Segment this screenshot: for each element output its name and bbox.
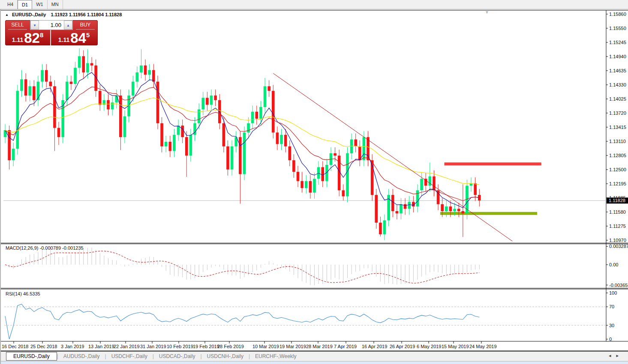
candle-body — [144, 66, 147, 75]
resistance-level-bar[interactable] — [445, 162, 541, 165]
rsi-line — [5, 304, 479, 339]
candle-body — [264, 86, 267, 107]
ma-slow-line — [5, 98, 479, 185]
candle-body — [160, 123, 163, 146]
period-tab-h4[interactable]: H4 — [3, 0, 18, 9]
date-tick-label: 10 Mar 2019 — [252, 344, 279, 349]
candle-body — [37, 82, 40, 100]
candle-body — [375, 195, 378, 223]
date-tick-label: 19 Mar 2019 — [279, 344, 306, 349]
price-tick-label: 1.14940 — [609, 54, 626, 59]
candle-body — [210, 95, 213, 105]
candle-body — [255, 112, 258, 119]
chart-shift-marker-icon[interactable]: ▼ — [485, 10, 489, 15]
price-tick-label: 1.12195 — [609, 181, 626, 186]
tab-scroll-right-icon[interactable]: ▸ — [616, 353, 624, 358]
tab-scroll-arrows: ◂▸ — [609, 353, 624, 358]
date-tick-label: 19 Feb 2019 — [193, 344, 219, 349]
price-tick-label: 1.13110 — [609, 139, 626, 144]
sell-price-button[interactable]: 1.11 82 8 — [5, 30, 51, 45]
date-tick-label: 22 Jan 2019 — [114, 344, 140, 349]
candle-body — [214, 95, 217, 100]
period-tab-mn[interactable]: MN — [48, 0, 63, 9]
candle-body — [280, 135, 283, 144]
current-price-tag-label: 1.11828 — [609, 198, 625, 203]
candle-body — [297, 172, 300, 181]
date-tick-label: 10 Feb 2019 — [167, 344, 193, 349]
candle-body — [292, 160, 295, 172]
chart-canvas[interactable]: 1.158601.155501.152451.149401.146351.143… — [1, 9, 628, 351]
buy-button-label: BUY — [80, 22, 91, 28]
candle-body — [16, 91, 19, 149]
candle-body — [33, 86, 36, 100]
macd-tick-label: 0.003287 — [609, 244, 628, 249]
chart-tab-eurchf[interactable]: EURCHF-,Weekly — [250, 352, 301, 360]
one-click-trade-widget: SELL ▼ 1.00 ▲ BUY 1.11 82 8 — [5, 20, 98, 45]
candle-body — [288, 146, 291, 160]
volume-input[interactable]: 1.00 — [39, 21, 64, 30]
candle-body — [391, 195, 394, 211]
candle-body — [231, 146, 234, 170]
candle-body — [206, 98, 209, 104]
chart-symbol-label: EURUSD-,Daily — [12, 12, 46, 17]
period-tab-w1[interactable]: W1 — [32, 0, 48, 9]
candle-body — [198, 109, 201, 123]
collapse-panel-arrow[interactable]: ▲ — [5, 13, 9, 17]
volume-increase-button[interactable]: ▲ — [64, 21, 72, 30]
chart-tab-usdcnh[interactable]: USDCNH-,Daily — [202, 352, 249, 360]
candle-body — [86, 63, 89, 72]
candle-body — [226, 146, 229, 170]
candle-body — [53, 86, 56, 128]
volume-stepper: ▼ 1.00 ▲ — [30, 20, 73, 30]
rsi-tick-label: 70 — [609, 304, 614, 309]
candle-body — [383, 221, 386, 234]
chart-ohlc-values: 1.11923 1.11956 1.11804 1.11828 — [51, 12, 122, 17]
candle-body — [57, 128, 60, 137]
candle-body — [354, 140, 357, 146]
sell-button[interactable]: SELL — [5, 20, 30, 30]
buy-price-button[interactable]: 1.11 84 5 — [51, 30, 97, 45]
candle-body — [379, 223, 382, 234]
candle-body — [173, 135, 176, 151]
candle-body — [408, 202, 411, 209]
candle-body — [111, 102, 114, 109]
buy-price-big: 84 — [70, 32, 86, 45]
chart-tab-usdchf[interactable]: USDCHF-,Daily — [106, 352, 153, 360]
chart-tab-eurusd[interactable]: EURUSD-,Daily — [6, 352, 57, 361]
price-tick-label: 1.14330 — [609, 82, 626, 87]
candle-body — [66, 82, 69, 100]
candle-body — [363, 137, 366, 160]
macd-signal-line — [5, 251, 479, 283]
date-tick-label: 6 May 2019 — [417, 344, 441, 349]
candle-body — [8, 130, 11, 160]
chart-workspace: 1.158601.155501.152451.149401.146351.143… — [0, 9, 628, 364]
tab-scroll-left-icon[interactable]: ◂ — [609, 353, 616, 358]
candle-body — [24, 79, 27, 95]
candle-body — [309, 181, 312, 193]
candle-body — [123, 116, 126, 137]
candle-body — [115, 95, 118, 102]
chart-tab-usdcad[interactable]: USDCAD-,Daily — [154, 352, 201, 360]
candle-body — [49, 82, 52, 87]
sell-price-big: 82 — [24, 32, 40, 45]
candle-body — [189, 135, 192, 156]
macd-tick-label: -0.003659 — [609, 283, 628, 288]
mt4-window: H4D1W1MN 1.158601.155501.152451.149401.1… — [0, 0, 628, 364]
price-tick-label: 1.13720 — [609, 110, 626, 116]
candle-body — [70, 82, 73, 84]
chart-tab-audusd[interactable]: AUDUSD-,Daily — [58, 352, 105, 360]
candle-body — [420, 179, 423, 190]
candle-body — [313, 179, 316, 192]
date-tick-label: 28 Mar 2019 — [306, 344, 333, 349]
candle-body — [441, 204, 444, 211]
volume-decrease-button[interactable]: ▼ — [30, 21, 39, 30]
candle-body — [284, 135, 287, 146]
price-tick-label: 1.15550 — [609, 26, 626, 31]
candle-body — [321, 167, 324, 181]
buy-button[interactable]: BUY — [73, 20, 98, 30]
candle-body — [82, 56, 85, 72]
period-tab-d1[interactable]: D1 — [18, 0, 32, 9]
price-tick-label: 1.15245 — [609, 40, 626, 45]
candle-body — [140, 66, 143, 72]
candle-body — [346, 153, 349, 196]
